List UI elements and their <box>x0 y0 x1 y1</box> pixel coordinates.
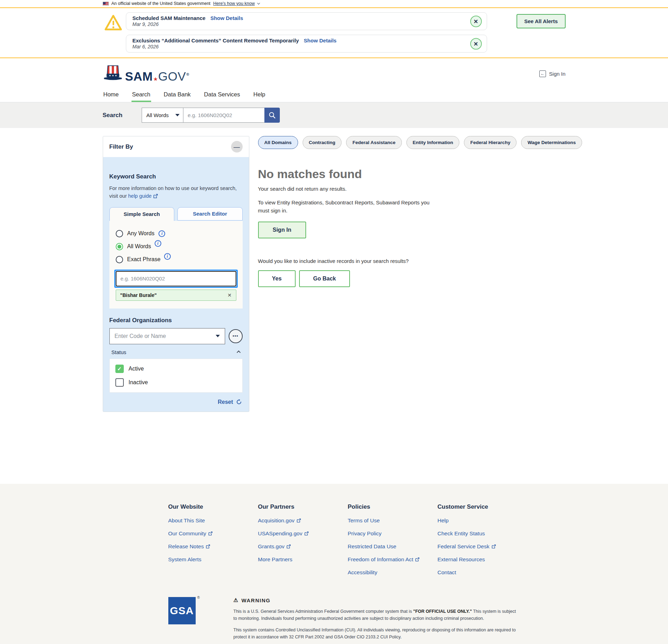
federal-org-more-options-button[interactable]: ••• <box>229 329 243 343</box>
sign-in-button[interactable]: Sign In <box>258 222 306 238</box>
footer-link-federal-service-desk[interactable]: Federal Service Desk <box>438 543 527 550</box>
logo-sam-text: SAM <box>125 70 153 82</box>
pill-all-domains[interactable]: All Domains <box>258 136 298 149</box>
footer-link-our-community[interactable]: Our Community <box>168 530 258 537</box>
radio-any-words[interactable] <box>116 230 123 237</box>
radio-all-words[interactable] <box>116 243 123 250</box>
alert-close-button[interactable]: ✕ <box>470 38 482 49</box>
footer-link-release-notes[interactable]: Release Notes <box>168 543 258 550</box>
external-link-icon <box>492 544 496 549</box>
alert-close-button[interactable]: ✕ <box>470 15 482 27</box>
search-icon <box>268 111 276 119</box>
footer-link-label: About This Site <box>168 517 205 524</box>
inactive-checkbox[interactable] <box>115 378 124 387</box>
warning-text-bold: "FOR OFFICIAL USE ONLY." <box>413 609 472 614</box>
active-label: Active <box>129 366 144 372</box>
info-icon[interactable]: i <box>155 240 161 247</box>
alert-item: Scheduled SAM Maintenance Show Details M… <box>126 12 487 30</box>
chevron-up-icon <box>236 351 240 354</box>
see-all-alerts-button[interactable]: See All Alerts <box>517 14 566 28</box>
collapse-filters-button[interactable]: — <box>231 141 243 152</box>
footer-link-label: Help <box>438 517 449 524</box>
keyword-search-input[interactable] <box>116 271 236 286</box>
footer-link-grants-gov[interactable]: Grants.gov <box>258 543 348 550</box>
site-footer: Our Website About This Site Our Communit… <box>0 484 668 644</box>
inactive-label: Inactive <box>129 379 148 386</box>
footer-col-policies: Policies Terms of Use Privacy Policy Res… <box>348 503 438 582</box>
how-you-know-link[interactable]: Here's how you know <box>213 1 259 6</box>
footer-link-terms-of-use[interactable]: Terms of Use <box>348 517 438 524</box>
status-section-toggle[interactable]: Status <box>109 344 243 359</box>
footer-link-about-this-site[interactable]: About This Site <box>168 517 258 524</box>
sam-gov-logo[interactable]: ★ ★ ★ SAM★GOV® <box>103 65 189 82</box>
footer-link-foia[interactable]: Freedom of Information Act <box>348 556 438 563</box>
federal-org-select[interactable]: Enter Code or Name <box>109 328 225 344</box>
yes-button[interactable]: Yes <box>258 270 296 287</box>
global-search-input[interactable] <box>183 108 264 123</box>
pill-federal-hierarchy[interactable]: Federal Hierarchy <box>464 136 517 149</box>
footer-link-label: Release Notes <box>168 543 204 550</box>
search-submit-button[interactable] <box>264 108 280 123</box>
reset-filters[interactable]: Reset <box>109 399 243 405</box>
pill-contracting[interactable]: Contracting <box>303 136 342 149</box>
alert-date: Mar 9, 2026 <box>133 21 462 27</box>
logo-gov-text: GOV <box>158 70 186 82</box>
no-results-message: Your search did not return any results. <box>258 186 582 192</box>
footer-link-more-partners[interactable]: More Partners <box>258 556 348 563</box>
pill-wage-determinations[interactable]: Wage Determinations <box>521 136 582 149</box>
header-sign-in-link[interactable]: ← Sign In <box>539 70 566 77</box>
go-back-button[interactable]: Go Back <box>299 270 350 287</box>
main-nav: Home Search Data Bank Data Services Help <box>0 89 668 102</box>
warning-text: This is a U.S. General Services Administ… <box>234 609 413 614</box>
alert-list: Scheduled SAM Maintenance Show Details M… <box>126 12 487 53</box>
info-icon[interactable]: i <box>158 230 165 237</box>
footer-link-label: Contact <box>438 569 456 576</box>
footer-link-privacy-policy[interactable]: Privacy Policy <box>348 530 438 537</box>
nav-item-search[interactable]: Search <box>131 89 151 102</box>
caret-down-icon <box>175 114 180 116</box>
help-guide-link[interactable]: help guide <box>128 192 158 200</box>
footer-link-contact[interactable]: Contact <box>438 569 527 576</box>
logo-registered-mark: ® <box>186 73 189 76</box>
footer-link-label: Terms of Use <box>348 517 380 524</box>
search-type-dropdown[interactable]: All Words <box>142 108 183 123</box>
keyword-tag-remove-icon[interactable]: ✕ <box>228 292 232 298</box>
alert-item: Exclusions “Additional Comments” Content… <box>126 35 487 53</box>
footer-link-restricted-data-use[interactable]: Restricted Data Use <box>348 543 438 550</box>
footer-link-accessibility[interactable]: Accessibility <box>348 569 438 576</box>
show-details-link[interactable]: Show Details <box>210 15 243 21</box>
keyword-tag: "Bishar Burale" ✕ <box>116 290 236 301</box>
warning-paragraph-2: This system contains Controlled Unclassi… <box>234 626 519 640</box>
footer-link-check-entity-status[interactable]: Check Entity Status <box>438 530 527 537</box>
footer-link-help[interactable]: Help <box>438 517 527 524</box>
show-details-link[interactable]: Show Details <box>304 38 336 43</box>
footer-link-external-resources[interactable]: External Resources <box>438 556 527 563</box>
pill-entity-information[interactable]: Entity Information <box>406 136 460 149</box>
footer-link-label: Restricted Data Use <box>348 543 397 550</box>
status-label: Status <box>112 349 127 355</box>
login-arrow-icon: ← <box>539 70 546 77</box>
status-option-active[interactable]: ✓ Active <box>115 365 237 373</box>
footer-link-label: Acquisition.gov <box>258 517 295 524</box>
footer-link-label: Federal Service Desk <box>438 543 490 550</box>
external-link-icon <box>415 557 419 562</box>
footer-link-system-alerts[interactable]: System Alerts <box>168 556 258 563</box>
nav-item-data-bank[interactable]: Data Bank <box>163 89 191 102</box>
keyword-tag-text: "Bishar Burale" <box>120 292 157 298</box>
radio-all-words-label: All Words <box>127 243 151 250</box>
info-icon[interactable]: i <box>164 253 171 260</box>
pill-federal-assistance[interactable]: Federal Assistance <box>346 136 402 149</box>
nav-item-home[interactable]: Home <box>103 89 120 102</box>
footer-link-acquisition-gov[interactable]: Acquisition.gov <box>258 517 348 524</box>
radio-exact-phrase[interactable] <box>116 256 123 263</box>
header-sign-in-label: Sign In <box>549 71 566 77</box>
footer-link-usaspending-gov[interactable]: USASpending.gov <box>258 530 348 537</box>
warning-icon: ⚠ <box>234 597 239 603</box>
tab-simple-search[interactable]: Simple Search <box>109 207 175 221</box>
nav-item-help[interactable]: Help <box>253 89 266 102</box>
nav-item-data-services[interactable]: Data Services <box>203 89 241 102</box>
tab-search-editor[interactable]: Search Editor <box>177 207 243 221</box>
status-option-inactive[interactable]: Inactive <box>115 378 237 387</box>
warning-triangle-icon <box>104 14 122 33</box>
active-checkbox[interactable]: ✓ <box>115 365 124 373</box>
